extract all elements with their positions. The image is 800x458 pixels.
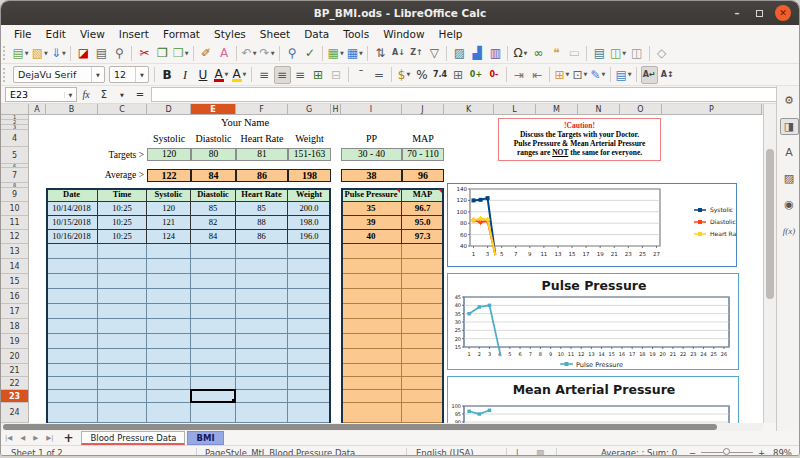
page-style[interactable]: PageStyle_MtL Blood Pressure Data: [205, 448, 355, 456]
chevron-down-icon[interactable]: ▼: [25, 51, 29, 56]
cell-J21[interactable]: [402, 364, 444, 377]
freeze-panes-icon[interactable]: ◫▼: [609, 44, 627, 62]
column-header-n[interactable]: N: [578, 104, 620, 115]
cell-E15[interactable]: [191, 274, 236, 289]
chevron-down-icon[interactable]: ▼: [44, 51, 48, 56]
chevron-down-icon[interactable]: ▼: [359, 51, 363, 56]
cell-G13[interactable]: [288, 244, 331, 259]
chevron-down-icon[interactable]: ▼: [340, 51, 344, 56]
hyperlink-icon[interactable]: ∞: [530, 44, 547, 62]
border-style-icon[interactable]: ⊡▼: [572, 66, 589, 84]
merge-cells-icon[interactable]: ⊞: [310, 66, 327, 84]
cell-G18[interactable]: [288, 319, 331, 334]
cell-G10[interactable]: 200.0: [288, 202, 331, 216]
column-header-h[interactable]: H: [331, 104, 341, 115]
close-button[interactable]: ✕: [775, 5, 791, 21]
cell-F14[interactable]: [236, 259, 288, 274]
chevron-down-icon[interactable]: ▼: [253, 51, 257, 56]
row-header-18[interactable]: 18: [1, 319, 29, 334]
cell-average-0[interactable]: 122: [147, 169, 191, 182]
cell-E19[interactable]: [191, 334, 236, 349]
cell-D11[interactable]: 121: [147, 216, 191, 230]
add-sheet-button[interactable]: +: [57, 431, 81, 445]
chevron-down-icon[interactable]: ▼: [225, 72, 229, 77]
cell-target-2[interactable]: 81: [236, 148, 288, 161]
cell-B19[interactable]: [46, 334, 98, 349]
sort-descending-icon[interactable]: Z↑: [408, 44, 425, 62]
cell-D14[interactable]: [147, 259, 191, 274]
menu-item-window[interactable]: Window: [376, 25, 431, 43]
cell-F11[interactable]: 88: [236, 216, 288, 230]
row-header-12[interactable]: 12: [1, 230, 29, 244]
column-header-j[interactable]: J: [402, 104, 444, 115]
spelling-icon[interactable]: ✓: [302, 44, 319, 62]
number-format-icon[interactable]: 7.4: [432, 66, 449, 84]
cell-average-1[interactable]: 84: [191, 169, 236, 182]
chevron-down-icon[interactable]: ▼: [185, 51, 189, 56]
column-header-k[interactable]: K: [444, 104, 494, 115]
chevron-down-icon[interactable]: ▼: [243, 72, 247, 77]
menu-item-help[interactable]: Help: [432, 25, 470, 43]
clone-formatting-icon[interactable]: ✐: [198, 44, 215, 62]
cell-J24[interactable]: [402, 403, 444, 423]
find-replace-icon[interactable]: ⚲: [284, 44, 301, 62]
cell-B10[interactable]: 10/14/2018: [46, 202, 98, 216]
cell-I23[interactable]: [341, 390, 402, 403]
highlighting-icon[interactable]: A▼: [231, 66, 248, 84]
cell-average-2[interactable]: 86: [236, 169, 288, 182]
column-header-e[interactable]: E: [191, 104, 236, 115]
decrease-indent-icon[interactable]: ⇤: [529, 66, 546, 84]
cell-C18[interactable]: [98, 319, 147, 334]
cell-B22[interactable]: [46, 377, 98, 390]
font-color-icon[interactable]: A▼: [213, 66, 230, 84]
functions-icon[interactable]: f(x): [780, 222, 799, 239]
cell-E20[interactable]: [191, 349, 236, 364]
split-window-icon[interactable]: ◫: [628, 44, 645, 62]
cell-I9[interactable]: Pulse Pressure: [341, 188, 402, 202]
cell-B12[interactable]: 10/16/2018: [46, 230, 98, 244]
row-header-5[interactable]: 5: [1, 147, 29, 164]
row-header-22[interactable]: 22: [1, 377, 29, 390]
cell-I17[interactable]: [341, 304, 402, 319]
cell-D10[interactable]: 120: [147, 202, 191, 216]
column-header-g[interactable]: G: [288, 104, 331, 115]
name-box[interactable]: E23 ▼: [5, 87, 77, 102]
insert-image-icon[interactable]: ▨: [451, 44, 468, 62]
column-header-p[interactable]: P: [662, 104, 762, 115]
maximize-button[interactable]: [751, 5, 767, 21]
cell-F9[interactable]: Heart Rate: [236, 188, 288, 202]
insert-rows-icon[interactable]: ▦▼: [327, 44, 345, 62]
align-right-icon[interactable]: ≡: [292, 66, 309, 84]
special-character-icon[interactable]: Ω▼: [512, 44, 529, 62]
cell-C21[interactable]: [98, 364, 147, 377]
cell-D12[interactable]: 124: [147, 230, 191, 244]
cell-G9[interactable]: Weight: [288, 188, 331, 202]
cell-average-label[interactable]: Average >: [98, 168, 147, 183]
align-center-icon[interactable]: ≡: [274, 66, 291, 84]
column-header-a[interactable]: A: [29, 104, 46, 115]
navigator-icon[interactable]: ◉: [780, 196, 799, 213]
border-color-icon[interactable]: ✎▼: [590, 66, 607, 84]
wrap-text-icon[interactable]: A↵: [641, 66, 658, 84]
vertical-scrollbar-thumb[interactable]: [766, 149, 774, 299]
cell-F13[interactable]: [236, 244, 288, 259]
cell-G12[interactable]: 196.0: [288, 230, 331, 244]
cell-C10[interactable]: 10:25: [98, 202, 147, 216]
sidebar-settings-icon[interactable]: ⚙: [780, 92, 799, 109]
cell-average-3[interactable]: 198: [288, 169, 331, 182]
insert-chart-icon[interactable]: ▟: [469, 44, 486, 62]
cell-G24[interactable]: [288, 403, 331, 423]
cell-I10[interactable]: 35: [341, 202, 402, 216]
menu-item-file[interactable]: File: [7, 25, 39, 43]
column-header-c[interactable]: C: [98, 104, 147, 115]
cell-header-systolic[interactable]: Systolic: [147, 130, 191, 147]
cell-B20[interactable]: [46, 349, 98, 364]
cell-I16[interactable]: [341, 289, 402, 304]
document-modified-icon[interactable]: ▥: [536, 448, 544, 456]
export-pdf-icon[interactable]: ◪: [75, 44, 92, 62]
column-headers[interactable]: ABCDEFGHIJKLMNOP: [1, 104, 763, 115]
cell-J13[interactable]: [402, 244, 444, 259]
zoom-slider-knob[interactable]: [723, 448, 730, 455]
cell-C11[interactable]: 10:25: [98, 216, 147, 230]
open-icon[interactable]: ▧▼: [31, 44, 49, 62]
